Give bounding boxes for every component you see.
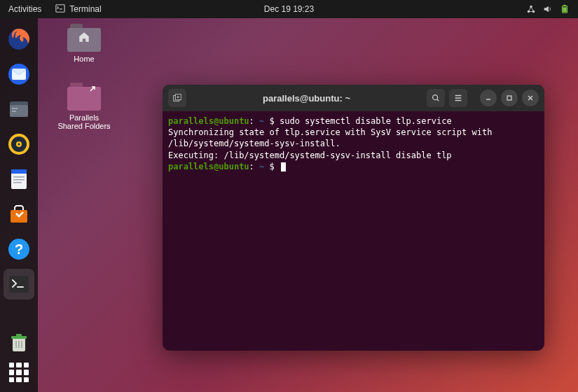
dock-files[interactable] [4, 94, 34, 125]
svg-point-16 [18, 144, 20, 146]
svg-text:?: ? [15, 241, 23, 257]
svg-rect-6 [563, 7, 566, 12]
desktop[interactable]: Home Parallels Shared Folders parallels@… [38, 18, 578, 392]
clock[interactable]: Dec 19 19:23 [264, 4, 314, 14]
topbar-app-indicator[interactable]: Terminal [55, 4, 101, 15]
dock-firefox[interactable] [4, 24, 34, 55]
svg-rect-28 [16, 334, 22, 337]
terminal-titlebar[interactable]: parallels@ubuntu: ~ [163, 85, 544, 111]
dock-software[interactable] [4, 199, 34, 230]
terminal-icon [55, 4, 65, 15]
svg-rect-19 [13, 176, 25, 178]
dock-help[interactable]: ? [4, 234, 34, 265]
svg-rect-12 [12, 111, 16, 112]
home-icon [78, 31, 90, 45]
system-tray[interactable] [526, 4, 570, 14]
svg-rect-0 [56, 4, 64, 12]
desktop-icon-parallels[interactable]: Parallels Shared Folders [56, 83, 112, 130]
link-icon [89, 85, 96, 94]
search-button[interactable] [427, 89, 445, 107]
dock-writer[interactable] [4, 164, 34, 195]
dock-thunderbird[interactable] [4, 59, 34, 90]
terminal-content[interactable]: parallels@ubuntu: ~ $ sudo systemctl dis… [163, 111, 544, 351]
dock: ? [0, 18, 38, 392]
close-button[interactable] [522, 90, 539, 106]
svg-rect-18 [11, 169, 27, 174]
top-bar: Activities Terminal Dec 19 19:23 [0, 0, 578, 18]
svg-rect-5 [563, 5, 566, 6]
terminal-window: parallels@ubuntu: ~ parallels@ubuntu: ~ … [163, 85, 544, 351]
battery-icon [560, 4, 570, 14]
show-applications-button[interactable] [9, 363, 29, 382]
svg-rect-25 [9, 276, 29, 293]
svg-point-31 [433, 95, 438, 100]
maximize-button[interactable] [501, 90, 518, 106]
desktop-icon-label: Home [56, 55, 112, 63]
svg-rect-21 [13, 182, 22, 183]
svg-rect-32 [507, 96, 511, 100]
svg-rect-11 [12, 108, 18, 109]
network-icon [526, 4, 536, 14]
desktop-icon-home[interactable]: Home [56, 24, 112, 63]
volume-icon [543, 4, 553, 14]
menu-button[interactable] [449, 89, 467, 107]
minimize-button[interactable] [480, 90, 497, 106]
dock-rhythmbox[interactable] [4, 129, 34, 160]
dock-trash[interactable] [4, 328, 34, 358]
svg-rect-20 [13, 179, 25, 181]
activities-button[interactable]: Activities [8, 4, 41, 14]
desktop-icon-label: Parallels Shared Folders [56, 113, 112, 130]
new-tab-button[interactable] [168, 89, 186, 107]
dock-terminal[interactable] [4, 269, 34, 300]
window-title: parallels@ubuntu: ~ [191, 93, 422, 104]
topbar-app-label: Terminal [69, 4, 101, 14]
